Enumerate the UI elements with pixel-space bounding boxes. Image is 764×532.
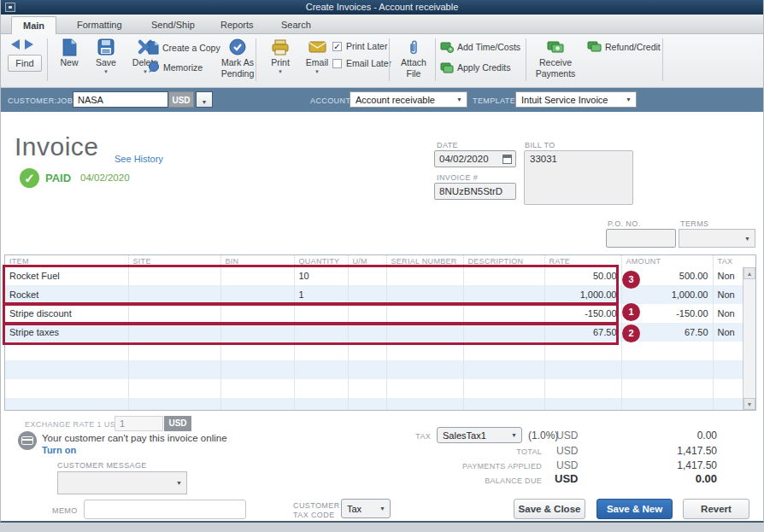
payments-amount: 1,417.50: [633, 459, 717, 471]
memorize-button[interactable]: Memorize: [148, 61, 203, 73]
terms-label: TERMS: [680, 219, 709, 228]
checkbox-checked-icon: ✓: [332, 42, 342, 51]
annotation-rect-1: [3, 303, 619, 324]
tab-send-ship[interactable]: Send/Ship: [140, 16, 206, 34]
forward-arrow-icon[interactable]: [25, 39, 33, 50]
tax-label: TAX: [403, 432, 431, 441]
toolbar: Find New Save ▼ Delete ▼ Cre: [1, 34, 763, 88]
exchange-rate-label: EXCHANGE RATE 1 USD =: [25, 420, 129, 429]
annotation-badge-3: 3: [622, 271, 640, 289]
customer-message-label: CUSTOMER MESSAGE: [57, 461, 147, 470]
back-arrow-icon[interactable]: [11, 39, 20, 50]
toolbar-separator: [256, 38, 256, 81]
toolbar-separator: [662, 38, 663, 81]
create-copy-button[interactable]: Create a Copy: [148, 41, 220, 55]
bill-to-field[interactable]: 33031: [524, 150, 633, 205]
exchange-rate-input[interactable]: [115, 416, 163, 431]
online-payment-icon: [18, 431, 37, 450]
print-button[interactable]: Print ▼: [262, 38, 298, 74]
invoice-title: Invoice: [15, 132, 99, 161]
tax-select[interactable]: SalesTax1 ▼: [437, 427, 522, 443]
terms-select[interactable]: ▼: [679, 229, 755, 248]
scroll-up-icon[interactable]: ▲: [743, 267, 755, 279]
print-later-checkbox[interactable]: ✓ Print Later: [332, 41, 387, 51]
invoice-number-field[interactable]: 8NUzBN5StrD: [434, 183, 516, 200]
email-later-checkbox[interactable]: Email Later: [332, 58, 391, 68]
scroll-down-icon[interactable]: ▼: [743, 398, 755, 410]
po-number-input[interactable]: [606, 229, 676, 248]
table-scrollbar[interactable]: ▲ ▼: [743, 267, 755, 410]
save-floppy-icon: [97, 38, 115, 56]
col-tax[interactable]: TAX: [713, 255, 743, 266]
online-payment-text: Your customer can't pay this invoice onl…: [42, 433, 227, 443]
total-currency: USD: [556, 445, 578, 457]
customer-bar: CUSTOMER:JOB USD ▼ ACCOUNT Account recei…: [1, 88, 763, 112]
bill-to-label: BILL TO: [525, 141, 555, 149]
save-and-new-button[interactable]: Save & New: [597, 499, 673, 519]
annotation-rect-2: [3, 323, 619, 345]
toolbar-separator: [435, 38, 436, 81]
turn-on-link[interactable]: Turn on: [42, 445, 76, 455]
account-select[interactable]: Account receivable ▼: [350, 91, 467, 108]
checkbox-unchecked-icon: [332, 59, 342, 68]
toolbar-separator: [47, 38, 48, 81]
memo-input[interactable]: [84, 500, 246, 519]
title-bar: Create Invoices - Account receivable: [1, 0, 763, 15]
customer-message-select[interactable]: ▼: [57, 471, 187, 494]
window-title: Create Invoices - Account receivable: [1, 2, 763, 12]
printer-icon: [271, 38, 290, 56]
save-button[interactable]: Save ▼: [88, 38, 124, 74]
chevron-down-icon: ▼: [744, 236, 750, 242]
create-invoices-window: Create Invoices - Account receivable Mai…: [0, 0, 764, 523]
refund-credit-button[interactable]: Refund/Credit: [587, 41, 661, 52]
chevron-down-icon: ▼: [176, 480, 182, 486]
tab-search[interactable]: Search: [270, 16, 322, 34]
email-dropdown-caret[interactable]: ▼: [314, 69, 320, 74]
receive-payments-button[interactable]: Receive Payments: [531, 38, 580, 79]
window-bottom-edge: [0, 523, 764, 532]
add-time-costs-button[interactable]: Add Time/Costs: [440, 41, 520, 53]
attach-file-button[interactable]: Attach File: [394, 38, 433, 79]
customer-job-dropdown-button[interactable]: ▼: [196, 91, 213, 108]
chevron-down-icon: ▼: [202, 99, 208, 105]
table-row-empty[interactable]: [5, 360, 743, 379]
tab-main[interactable]: Main: [11, 16, 56, 34]
table-row-empty[interactable]: [5, 398, 743, 411]
copy-document-icon: [148, 41, 159, 55]
print-dropdown-caret[interactable]: ▼: [278, 69, 283, 74]
payments-currency: USD: [556, 459, 578, 471]
see-history-link[interactable]: See History: [115, 154, 163, 164]
find-nav-arrows: [11, 39, 33, 50]
new-button[interactable]: New: [50, 38, 88, 67]
add-time-costs-icon: [440, 41, 454, 53]
paid-status-badge: PAID: [45, 172, 71, 184]
revert-button[interactable]: Revert: [683, 499, 749, 519]
col-amount[interactable]: AMOUNT: [621, 255, 713, 266]
calendar-icon[interactable]: [502, 155, 512, 164]
tab-formatting[interactable]: Formatting: [66, 16, 133, 34]
customer-tax-code-select[interactable]: Tax ▼: [341, 499, 391, 518]
save-dropdown-caret[interactable]: ▼: [103, 69, 109, 74]
total-label: TOTAL: [428, 447, 542, 456]
customer-job-input[interactable]: [73, 91, 168, 108]
customer-tax-code-label: CUSTOMER: [293, 501, 340, 510]
tab-reports[interactable]: Reports: [209, 16, 265, 34]
ribbon-tab-bar: Main Formatting Send/Ship Reports Search: [1, 15, 763, 34]
chevron-down-icon: ▼: [456, 96, 462, 102]
table-row-empty[interactable]: [5, 379, 743, 398]
find-button[interactable]: Find: [8, 55, 42, 72]
receive-payments-icon: [546, 38, 565, 56]
apply-credits-button[interactable]: Apply Credits: [440, 61, 510, 73]
customer-tax-code-label: TAX CODE: [293, 511, 335, 519]
template-select[interactable]: Intuit Service Invoice ▼: [515, 91, 637, 108]
balance-currency: USD: [555, 472, 578, 485]
mark-as-pending-button[interactable]: Mark As Pending: [215, 38, 261, 79]
toolbar-separator: [526, 38, 526, 81]
save-and-close-button[interactable]: Save & Close: [514, 499, 585, 519]
toolbar-separator: [389, 38, 390, 81]
currency-badge: USD: [168, 91, 194, 108]
total-amount: 1,417.50: [633, 445, 717, 457]
email-button[interactable]: Email ▼: [300, 38, 334, 74]
date-field[interactable]: 04/02/2020: [434, 150, 516, 167]
po-number-label: P.O. NO.: [608, 219, 641, 228]
